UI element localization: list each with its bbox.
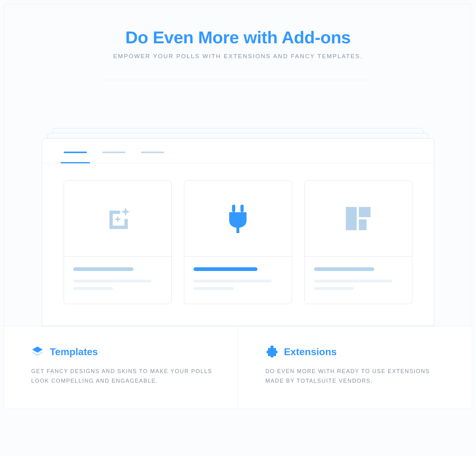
info-header: Templates <box>31 346 213 358</box>
card-title-placeholder <box>193 267 257 271</box>
svg-rect-4 <box>359 207 371 217</box>
header-section: Do Even More with Add-ons Empower your p… <box>4 4 472 92</box>
page-subtitle: Empower your polls with extensions and f… <box>16 53 460 60</box>
browser-mockup <box>42 128 434 326</box>
card-line-placeholder <box>73 280 151 282</box>
info-card-templates: Templates Get fancy designs and skins to… <box>4 326 238 409</box>
puzzle-icon <box>266 346 278 358</box>
layers-icon <box>31 346 44 358</box>
divider <box>104 80 372 80</box>
info-description-templates: Get fancy designs and skins to make your… <box>31 367 213 385</box>
addon-card-plug <box>184 180 292 304</box>
info-description-extensions: Do even more with ready to use extension… <box>266 367 448 385</box>
tab-inactive <box>102 152 125 153</box>
svg-rect-0 <box>232 204 235 212</box>
card-title-placeholder <box>73 267 134 271</box>
svg-rect-5 <box>359 219 367 230</box>
addon-cards-row <box>42 163 434 304</box>
info-card-extensions: Extensions Do even more with ready to us… <box>238 326 472 409</box>
card-title-placeholder <box>314 267 374 271</box>
info-title-templates: Templates <box>50 346 98 358</box>
page-title: Do Even More with Add-ons <box>16 27 460 47</box>
main-container: Do Even More with Add-ons Empower your p… <box>4 4 472 409</box>
addon-card-dashboard <box>304 180 412 304</box>
dashboard-icon <box>346 207 371 230</box>
svg-rect-2 <box>236 226 239 233</box>
svg-rect-3 <box>346 207 357 230</box>
card-line-placeholder <box>314 280 392 282</box>
card-body <box>64 256 171 304</box>
browser-tabs <box>42 139 434 163</box>
browser-window-front <box>42 138 434 326</box>
card-icon-area <box>184 181 291 256</box>
plug-icon <box>226 204 249 233</box>
info-header: Extensions <box>266 346 448 358</box>
tab-active <box>64 152 87 153</box>
svg-rect-1 <box>240 204 244 212</box>
addon-card-sparkle <box>64 180 172 304</box>
card-line-placeholder <box>314 287 354 290</box>
card-icon-area <box>305 181 412 256</box>
card-line-placeholder <box>73 287 113 290</box>
card-icon-area <box>64 181 171 256</box>
card-line-placeholder <box>193 280 272 282</box>
info-sections: Templates Get fancy designs and skins to… <box>4 326 472 409</box>
card-body <box>305 256 412 304</box>
info-title-extensions: Extensions <box>284 346 337 358</box>
card-body <box>184 256 291 304</box>
tab-inactive <box>141 152 164 153</box>
sparkle-icon <box>104 204 132 232</box>
card-line-placeholder <box>193 287 233 290</box>
